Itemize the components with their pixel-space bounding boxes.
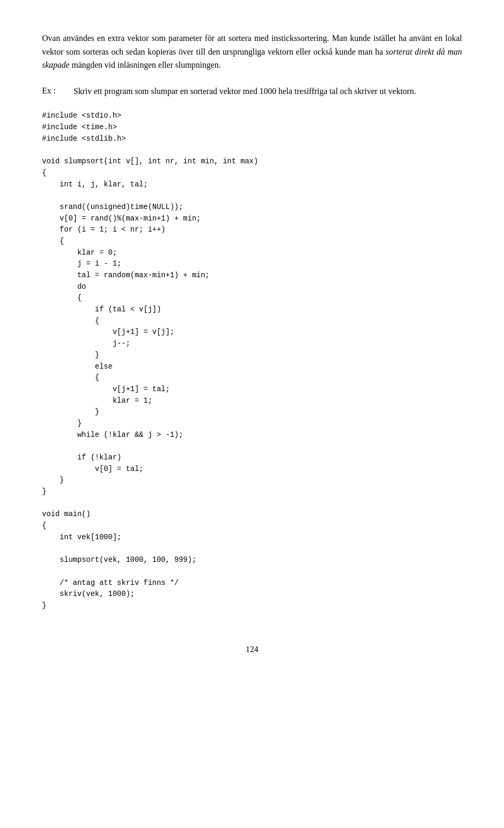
code-block: #include <stdio.h> #include <time.h> #in… (42, 110, 462, 611)
example-text: Skriv ett program som slumpar en sortera… (74, 85, 416, 98)
italic-phrase: sorterat direkt då man skapade (42, 47, 462, 70)
page-content: Ovan användes en extra vektor som parame… (42, 32, 462, 656)
page-number: 124 (42, 643, 462, 656)
intro-paragraph: Ovan användes en extra vektor som parame… (42, 32, 462, 72)
example-block: Ex : Skriv ett program som slumpar en so… (42, 85, 462, 98)
example-label: Ex : (42, 85, 74, 98)
